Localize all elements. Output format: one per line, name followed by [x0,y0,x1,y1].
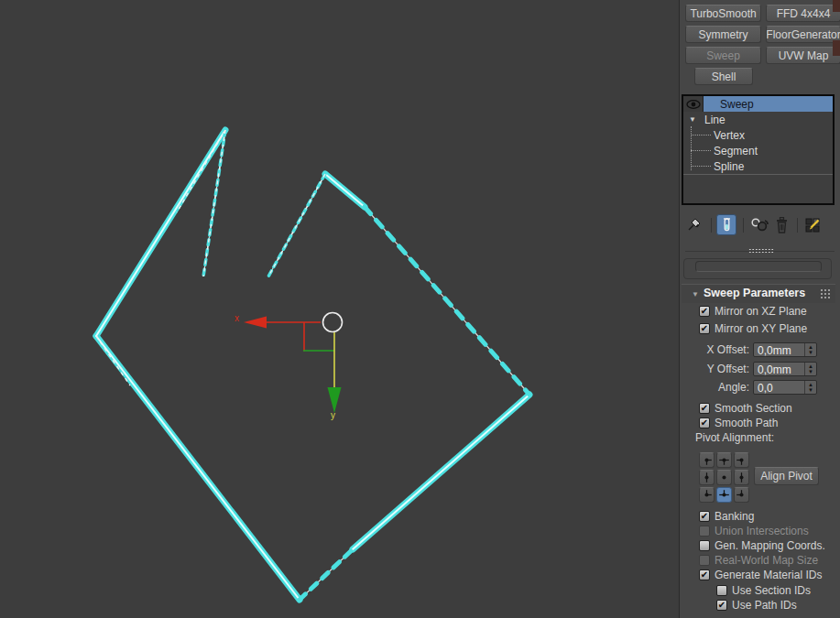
smooth-path-label: Smooth Path [715,417,778,429]
button-shell[interactable]: Shell [694,68,753,85]
pivot-align-center[interactable] [716,470,732,485]
clipped-ui-sliver [833,40,840,56]
angle-row: Angle: 0,0 ▲ ▼ [680,380,817,395]
angle-field[interactable]: 0,0 ▲ ▼ [753,380,817,395]
stack-row-spline[interactable]: Spline [683,158,833,174]
pivot-circle [323,313,343,332]
expander-icon[interactable]: ▼ [689,115,696,124]
pin-stack-button[interactable] [686,216,703,233]
pivot-align-middle-right[interactable] [734,470,749,485]
rollout-groove [695,261,822,272]
banking-label: Banking [715,510,754,523]
pivot-icon [700,471,714,484]
smooth-section-label: Smooth Section [715,402,792,415]
clipped-ui-sliver [833,0,840,12]
splitter-grip[interactable] [748,248,774,254]
stack-item-sweep-selected[interactable]: Sweep [704,96,833,112]
mirror-xy-label: Mirror on XY Plane [715,322,807,335]
stack-row-sweep[interactable]: Sweep [683,96,833,112]
use-path-ids-checkbox[interactable]: ✔ [716,600,727,611]
mirror-xz-checkbox[interactable]: ✔ [699,306,710,317]
pivot-align-top-left[interactable] [699,452,715,468]
stack-row-line[interactable]: ▼ Line [683,112,833,127]
align-pivot-button[interactable]: Align Pivot [754,467,819,485]
configure-modifier-sets-button[interactable] [804,217,821,233]
button-floorgenerator[interactable]: FloorGenerator [766,26,840,43]
rollout-collapse-icon[interactable]: ▼ [692,290,699,298]
make-unique-button[interactable] [749,217,769,233]
angle-label: Angle: [680,381,749,394]
smooth-section-row[interactable]: ✔ Smooth Section [699,402,792,415]
angle-spinner[interactable]: ▲ ▼ [804,381,816,394]
test-tube-icon [721,217,733,233]
smooth-path-checkbox[interactable]: ✔ [699,417,710,428]
use-path-ids-row[interactable]: ✔ Use Path IDs [716,599,797,612]
pivot-align-bottom-left[interactable] [699,487,715,503]
pivot-icon [717,453,731,467]
pivot-icon [735,488,748,502]
stack-row-segment[interactable]: Segment [683,143,833,158]
pivot-icon [700,488,714,502]
rollout-drag-handle[interactable] [820,288,830,298]
generate-material-ids-checkbox[interactable]: ✔ [699,569,710,580]
check-icon: ✔ [701,323,708,333]
pivot-align-bottom-right[interactable] [734,487,749,503]
configure-sets-icon [805,218,820,233]
button-sweep[interactable]: Sweep [685,47,761,64]
mirror-xz-label: Mirror on XZ Plane [715,305,807,318]
use-section-ids-checkbox[interactable] [716,585,727,596]
eye-icon [686,100,701,109]
rollout-header-sweep-parameters[interactable]: ▼ Sweep Parameters [682,284,835,303]
pivot-align-bottom-center[interactable] [716,487,732,503]
mirror-xy-row[interactable]: ✔ Mirror on XY Plane [699,322,807,335]
mirror-xz-row[interactable]: ✔ Mirror on XZ Plane [699,305,807,318]
banking-checkbox[interactable]: ✔ [699,511,710,522]
y-offset-value[interactable]: 0,0mm [754,363,804,375]
stack-separator [683,174,833,175]
smooth-path-row[interactable]: ✔ Smooth Path [699,417,778,429]
y-offset-row: Y Offset: 0,0mm ▲ ▼ [680,362,817,376]
gen-mapping-row[interactable]: Gen. Mapping Coords. [699,539,825,552]
pivot-icon [717,488,731,502]
pivot-icon [700,453,714,467]
x-offset-field[interactable]: 0,0mm ▲ ▼ [753,342,817,357]
transform-gizmo[interactable]: x y [235,313,343,421]
y-offset-spinner[interactable]: ▲ ▼ [804,363,816,375]
pivot-align-top-right[interactable] [734,452,749,468]
spinner-down-icon[interactable]: ▼ [808,369,813,374]
visibility-toggle[interactable] [683,96,704,112]
smooth-section-checkbox[interactable]: ✔ [699,403,710,414]
button-symmetry[interactable]: Symmetry [685,26,761,43]
union-intersections-row: Union Intersections [699,525,809,537]
sweep-spline[interactable] [96,130,529,600]
pivot-alignment-row: Pivot Alignment: [695,431,774,444]
check-icon: ✔ [701,569,708,580]
check-icon: ✔ [718,600,725,610]
x-offset-value[interactable]: 0,0mm [754,343,804,356]
x-offset-spinner[interactable]: ▲ ▼ [804,343,816,356]
spinner-down-icon[interactable]: ▼ [808,350,813,355]
pivot-align-middle-left[interactable] [699,470,715,485]
toolbar-separator [711,218,712,233]
gen-mapping-checkbox[interactable] [699,540,710,551]
x-offset-label: X Offset: [680,343,749,356]
spinner-down-icon[interactable]: ▼ [808,387,813,393]
gen-mapping-label: Gen. Mapping Coords. [715,539,825,552]
angle-value[interactable]: 0,0 [754,381,804,394]
button-uvw-map[interactable]: UVW Map [766,47,840,64]
show-end-result-button[interactable] [716,214,736,235]
button-ffd-4x4x4[interactable]: FFD 4x4x4 [766,5,840,22]
generate-material-ids-row[interactable]: ✔ Generate Material IDs [699,569,822,581]
remove-modifier-button[interactable] [775,216,789,233]
check-icon: ✔ [701,511,708,521]
stack-row-vertex[interactable]: Vertex [683,127,833,143]
pivot-align-top-center[interactable] [716,452,732,468]
use-section-ids-row[interactable]: Use Section IDs [716,584,811,597]
make-unique-icon [750,218,769,233]
button-turbosmooth[interactable]: TurboSmooth [685,5,761,22]
pivot-icon [735,453,748,467]
banking-row[interactable]: ✔ Banking [699,510,754,523]
mirror-xy-checkbox[interactable]: ✔ [699,323,710,334]
y-offset-field[interactable]: 0,0mm ▲ ▼ [753,362,817,376]
viewport-canvas[interactable]: x y [0,0,679,618]
